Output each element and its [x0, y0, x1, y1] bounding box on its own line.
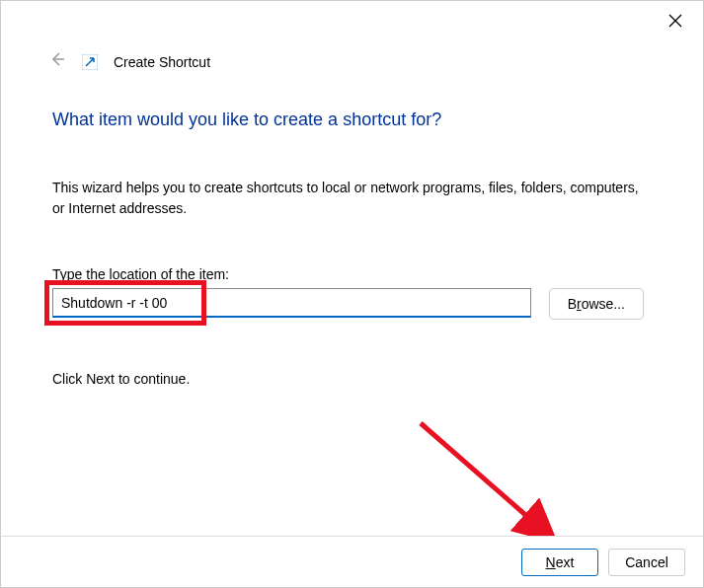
- location-input[interactable]: [52, 288, 531, 318]
- location-field-label: Type the location of the item:: [52, 266, 644, 282]
- wizard-footer: Next Cancel: [1, 536, 703, 587]
- shortcut-file-icon: [82, 54, 98, 70]
- wizard-header: Create Shortcut: [48, 50, 210, 73]
- wizard-description: This wizard helps you to create shortcut…: [52, 178, 644, 219]
- wizard-content: What item would you like to create a sho…: [52, 110, 644, 387]
- next-button[interactable]: Next: [521, 549, 598, 576]
- svg-line-5: [421, 423, 547, 534]
- back-button[interactable]: [48, 50, 66, 73]
- wizard-title: Create Shortcut: [114, 54, 210, 70]
- browse-button[interactable]: Browse...: [549, 288, 644, 320]
- annotation-arrow: [411, 413, 569, 551]
- cancel-button[interactable]: Cancel: [608, 549, 685, 576]
- close-button[interactable]: [667, 13, 683, 29]
- close-icon: [668, 14, 682, 28]
- main-heading: What item would you like to create a sho…: [52, 110, 644, 130]
- continue-instruction: Click Next to continue.: [52, 371, 644, 387]
- back-arrow-icon: [48, 50, 66, 68]
